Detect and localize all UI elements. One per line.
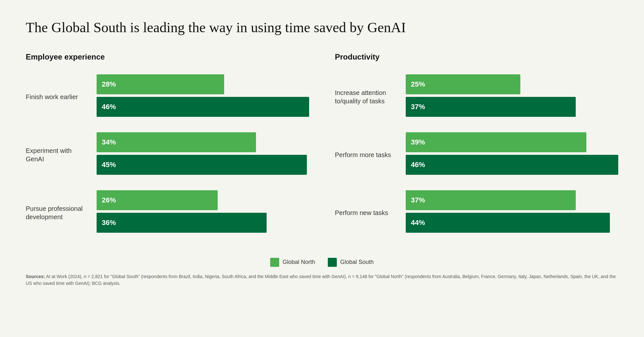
legend-north-label: Global North bbox=[282, 259, 315, 266]
chart-group-professional: Pursue professional development 26% 36% bbox=[26, 190, 309, 235]
bar-north-new-tasks-wrap: 37% bbox=[406, 190, 618, 210]
bar-north-more-tasks: 39% bbox=[406, 132, 586, 152]
page-title: The Global South is leading the way in u… bbox=[26, 19, 618, 36]
legend-south-label: Global South bbox=[340, 259, 374, 266]
employee-experience-section: Employee experience Finish work earlier … bbox=[26, 52, 309, 248]
chart-row-finish-work: Finish work earlier 28% 46% bbox=[26, 74, 309, 119]
legend-north: Global North bbox=[270, 258, 315, 267]
label-professional: Pursue professional development bbox=[26, 204, 97, 221]
right-section-heading: Productivity bbox=[335, 52, 618, 61]
bars-finish-work: 28% 46% bbox=[97, 74, 309, 119]
chart-row-experiment: Experiment with GenAI 34% 45% bbox=[26, 132, 309, 177]
label-attention: Increase attention to/quality of tasks bbox=[335, 89, 406, 105]
bar-south-attention-wrap: 37% bbox=[406, 97, 618, 117]
bars-experiment: 34% 45% bbox=[97, 132, 309, 177]
bars-more-tasks: 39% 46% bbox=[406, 132, 618, 177]
chart-group-more-tasks: Perform more tasks 39% 46% bbox=[335, 132, 618, 177]
label-experiment: Experiment with GenAI bbox=[26, 146, 97, 163]
legend-south: Global South bbox=[328, 258, 374, 267]
label-new-tasks: Perform new tasks bbox=[335, 209, 406, 217]
bar-north-new-tasks: 37% bbox=[406, 190, 576, 210]
sources-text: Sources: AI at Work (2024), n = 2,821 fo… bbox=[26, 273, 618, 287]
bar-north-experiment-wrap: 34% bbox=[97, 132, 309, 152]
chart-row-new-tasks: Perform new tasks 37% 44% bbox=[335, 190, 618, 235]
bars-new-tasks: 37% 44% bbox=[406, 190, 618, 235]
bar-north-finish-work-wrap: 28% bbox=[97, 74, 309, 94]
chart-row-attention: Increase attention to/quality of tasks 2… bbox=[335, 74, 618, 119]
bar-south-professional-wrap: 36% bbox=[97, 213, 309, 233]
charts-container: Employee experience Finish work earlier … bbox=[26, 52, 618, 248]
bar-south-attention: 37% bbox=[406, 97, 576, 117]
bar-north-finish-work: 28% bbox=[97, 74, 224, 94]
bar-north-more-tasks-wrap: 39% bbox=[406, 132, 618, 152]
chart-group-experiment: Experiment with GenAI 34% 45% bbox=[26, 132, 309, 177]
bar-south-new-tasks-wrap: 44% bbox=[406, 213, 618, 233]
sources-label: Sources: bbox=[26, 274, 45, 279]
left-section-heading: Employee experience bbox=[26, 52, 309, 61]
bar-south-professional: 36% bbox=[97, 213, 267, 233]
bar-north-attention-wrap: 25% bbox=[406, 74, 618, 94]
bar-north-professional: 26% bbox=[97, 190, 218, 210]
bars-attention: 25% 37% bbox=[406, 74, 618, 119]
bar-south-experiment: 45% bbox=[97, 155, 307, 175]
bar-south-experiment-wrap: 45% bbox=[97, 155, 309, 175]
bar-north-professional-wrap: 26% bbox=[97, 190, 309, 210]
bar-south-new-tasks: 44% bbox=[406, 213, 610, 233]
chart-group-new-tasks: Perform new tasks 37% 44% bbox=[335, 190, 618, 235]
bar-south-more-tasks-wrap: 46% bbox=[406, 155, 618, 175]
bar-north-experiment: 34% bbox=[97, 132, 256, 152]
legend-north-swatch bbox=[270, 258, 279, 267]
bar-north-attention: 25% bbox=[406, 74, 520, 94]
legend-south-swatch bbox=[328, 258, 337, 267]
bars-professional: 26% 36% bbox=[97, 190, 309, 235]
legend: Global North Global South bbox=[26, 258, 618, 267]
label-more-tasks: Perform more tasks bbox=[335, 151, 406, 159]
bar-south-finish-work-wrap: 46% bbox=[97, 97, 309, 117]
sources-content: AI at Work (2024), n = 2,821 for "Global… bbox=[26, 274, 616, 286]
label-finish-work: Finish work earlier bbox=[26, 93, 97, 101]
chart-row-professional: Pursue professional development 26% 36% bbox=[26, 190, 309, 235]
bar-south-finish-work: 46% bbox=[97, 97, 309, 117]
chart-group-finish-work: Finish work earlier 28% 46% bbox=[26, 74, 309, 119]
chart-row-more-tasks: Perform more tasks 39% 46% bbox=[335, 132, 618, 177]
bar-south-more-tasks: 46% bbox=[406, 155, 618, 175]
productivity-section: Productivity Increase attention to/quali… bbox=[335, 52, 618, 248]
chart-group-attention: Increase attention to/quality of tasks 2… bbox=[335, 74, 618, 119]
